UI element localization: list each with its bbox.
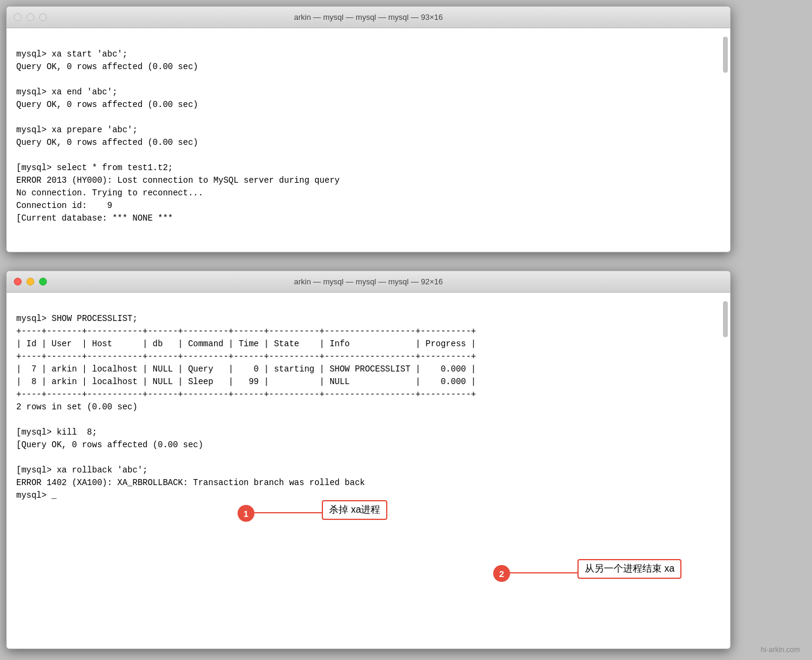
annotation-line-1 [253,512,322,513]
titlebar-title-top: arkin — mysql — mysql — mysql — 93×16 [294,13,443,22]
annotation-text-2: 从另一个进程结束 xa [585,563,674,573]
maximize-button[interactable] [39,278,47,286]
annotation-box-2: 从另一个进程结束 xa [577,559,681,579]
terminal-content-bottom: mysql> SHOW PROCESSLIST; +----+-------+-… [16,300,721,502]
terminal-window-bottom: arkin — mysql — mysql — mysql — 92×16 my… [6,270,731,649]
window-buttons-bottom [14,278,47,286]
terminal-body-bottom: mysql> SHOW PROCESSLIST; +----+-------+-… [7,293,730,649]
annotation-box-1: 杀掉 xa进程 [322,500,387,520]
watermark: hi-arkin.com [761,646,800,654]
terminal-window-top: arkin — mysql — mysql — mysql — 93×16 my… [6,6,731,252]
scrollbar-top[interactable] [723,37,728,73]
annotation-circle-1-label: 1 [244,509,248,519]
terminal-body-top: mysql> xa start 'abc'; Query OK, 0 rows … [7,28,730,252]
annotation-circle-1: 1 [238,505,254,522]
annotation-text-1: 杀掉 xa进程 [329,504,380,515]
titlebar-title-bottom: arkin — mysql — mysql — mysql — 92×16 [294,277,443,286]
scrollbar-bottom[interactable] [723,301,728,337]
titlebar-bottom: arkin — mysql — mysql — mysql — 92×16 [7,271,730,293]
maximize-button-inactive [39,13,47,21]
titlebar-top: arkin — mysql — mysql — mysql — 93×16 [7,7,730,28]
terminal-content-top: mysql> xa start 'abc'; Query OK, 0 rows … [16,35,721,225]
window-buttons-top [14,13,47,21]
annotation-circle-2-label: 2 [499,569,504,579]
close-button[interactable] [14,278,22,286]
annotation-circle-2: 2 [493,565,510,582]
close-button-inactive [14,13,22,21]
minimize-button[interactable] [26,278,34,286]
annotation-line-2 [508,572,577,573]
minimize-button-inactive [26,13,34,21]
